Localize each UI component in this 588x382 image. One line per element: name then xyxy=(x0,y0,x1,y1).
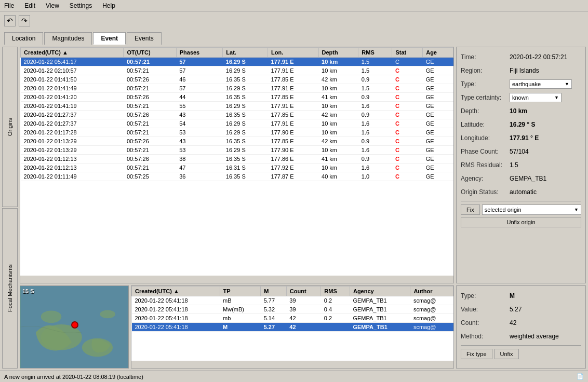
origins-table-container[interactable]: Created(UTC) ▲ OT(UTC) Phases Lat. Lon. … xyxy=(20,47,453,276)
center-area: Created(UTC) ▲ OT(UTC) Phases Lat. Lon. … xyxy=(20,47,454,369)
mag-value-value: 5.27 xyxy=(510,306,522,313)
menu-edit[interactable]: Edit xyxy=(22,2,37,10)
tab-location[interactable]: Location xyxy=(4,32,43,45)
menu-settings[interactable]: Settings xyxy=(68,2,94,10)
col-rms[interactable]: RMS xyxy=(358,48,392,58)
status-text: A new origin arrived at 2020-01-22 08:08… xyxy=(4,374,143,380)
col-age[interactable]: Age xyxy=(423,48,453,58)
cell-lat: 16.29 S xyxy=(223,58,268,66)
back-button[interactable]: ↶ xyxy=(4,15,16,26)
mag-col-created[interactable]: Created(UTC) ▲ xyxy=(132,286,220,296)
origins-scrollbar[interactable] xyxy=(20,276,453,283)
type-dropdown[interactable]: earthquake ▼ xyxy=(510,79,572,89)
right-panel-top: Time: 2020-01-22 00:57:21 Region: Fiji I… xyxy=(456,47,586,283)
col-depth[interactable]: Depth xyxy=(318,48,358,58)
cell-ot: 00:57:25 xyxy=(124,172,176,181)
table-row[interactable]: 2020-01-22 01:41:49 00:57:21 57 16.29 S … xyxy=(21,84,453,93)
cell-rms: 1.6 xyxy=(358,146,392,155)
focal-mechanisms-label[interactable]: Focal Mechanisms xyxy=(2,208,18,369)
forward-button[interactable]: ↷ xyxy=(19,15,30,26)
cell-created: 2020-01-22 01:17:28 xyxy=(21,128,124,137)
mag-col-rms[interactable]: RMS xyxy=(321,286,350,296)
map-label: 15 S xyxy=(22,288,34,294)
mag-col-tp[interactable]: TP xyxy=(220,286,261,296)
col-lon[interactable]: Lon. xyxy=(268,48,318,58)
earthquake-location-dot xyxy=(71,321,78,329)
table-row[interactable]: 2020-01-22 05:41:18 M 5.27 42 GEMPA_TB1 … xyxy=(132,323,453,332)
cell-age: GE xyxy=(423,172,453,181)
cell-rms: 1.5 xyxy=(358,84,392,93)
col-ot[interactable]: OT(UTC) xyxy=(124,48,176,58)
table-row[interactable]: 2020-01-22 01:41:19 00:57:21 55 16.29 S … xyxy=(21,102,453,111)
mag-col-agency[interactable]: Agency xyxy=(350,286,410,296)
unfix-origin-button[interactable]: Unfix origin xyxy=(461,217,581,227)
mag-cell-m: 5.32 xyxy=(261,305,287,314)
cell-phases: 55 xyxy=(176,102,223,111)
menu-file[interactable]: File xyxy=(2,2,16,10)
table-row[interactable]: 2020-01-22 01:27:37 00:57:21 54 16.29 S … xyxy=(21,119,453,128)
cell-phases: 57 xyxy=(176,66,223,75)
cell-age: GE xyxy=(423,163,453,172)
cell-lon: 177.85 E xyxy=(268,75,318,84)
col-lat[interactable]: Lat. xyxy=(223,48,268,58)
cell-age: GE xyxy=(423,58,453,66)
mag-cell-author: scmag@ xyxy=(410,296,453,305)
type-certainty-label: Type certainty: xyxy=(461,94,507,101)
menu-help[interactable]: Help xyxy=(100,2,117,10)
right-panel-bottom: Type: M Value: 5.27 Count: 42 Method: we… xyxy=(456,285,586,369)
table-row[interactable]: 2020-01-22 01:41:50 00:57:26 46 16.35 S … xyxy=(21,75,453,84)
table-row[interactable]: 2020-01-22 01:41:20 00:57:26 44 16.35 S … xyxy=(21,93,453,102)
mag-col-m[interactable]: M xyxy=(261,286,287,296)
cell-lat: 16.35 S xyxy=(223,137,268,146)
table-row[interactable]: 2020-01-22 01:12:13 00:57:21 47 16.31 S … xyxy=(21,163,453,172)
cell-age: GE xyxy=(423,66,453,75)
cell-ot: 00:57:21 xyxy=(124,66,176,75)
selected-origin-dropdown[interactable]: selected origin ▼ xyxy=(482,204,581,215)
table-row[interactable]: 2020-01-22 01:11:49 00:57:25 36 16.35 S … xyxy=(21,172,453,181)
type-certainty-dropdown[interactable]: known ▼ xyxy=(510,93,562,102)
col-created[interactable]: Created(UTC) ▲ xyxy=(21,48,124,58)
type-row: Type: earthquake ▼ xyxy=(461,78,581,90)
magnitudes-table-container[interactable]: Created(UTC) ▲ TP M Count RMS Agency Aut… xyxy=(131,286,453,361)
table-row[interactable]: 2020-01-22 05:41:18 Mw(mB) 5.32 39 0.4 G… xyxy=(132,305,453,314)
type-dropdown-value: earthquake xyxy=(512,81,541,87)
mag-col-count[interactable]: Count xyxy=(286,286,320,296)
fix-button[interactable]: Fix xyxy=(461,204,480,215)
table-row[interactable]: 2020-01-22 01:27:37 00:57:26 43 16.35 S … xyxy=(21,111,453,119)
cell-created: 2020-01-22 01:41:19 xyxy=(21,102,124,111)
table-row[interactable]: 2020-01-22 05:41:17 00:57:21 57 16.29 S … xyxy=(21,58,453,66)
cell-ot: 00:57:21 xyxy=(124,58,176,66)
menu-view[interactable]: View xyxy=(44,2,61,10)
table-row[interactable]: 2020-01-22 05:41:18 mb 5.14 42 0.2 GEMPA… xyxy=(132,314,453,323)
longitude-label: Longitude: xyxy=(461,134,507,142)
mag-col-author[interactable]: Author xyxy=(410,286,453,296)
cell-depth: 10 km xyxy=(318,66,358,75)
table-row[interactable]: 2020-01-22 01:12:13 00:57:26 38 16.35 S … xyxy=(21,155,453,163)
col-phases[interactable]: Phases xyxy=(176,48,223,58)
latitude-row: Latitude: 16.29 ° S xyxy=(461,119,581,130)
cell-phases: 44 xyxy=(176,93,223,102)
col-stat[interactable]: Stat xyxy=(392,48,423,58)
table-row[interactable]: 2020-01-22 02:10:57 00:57:21 57 16.29 S … xyxy=(21,66,453,75)
cell-lon: 177.86 E xyxy=(268,155,318,163)
mag-count-value: 42 xyxy=(510,319,516,326)
cell-depth: 10 km xyxy=(318,146,358,155)
mag-type-label: Type: xyxy=(461,292,507,299)
table-row[interactable]: 2020-01-22 01:13:29 00:57:21 53 16.29 S … xyxy=(21,146,453,155)
table-row[interactable]: 2020-01-22 05:41:18 mB 5.77 39 0.2 GEMPA… xyxy=(132,296,453,305)
magnitudes-header-row: Created(UTC) ▲ TP M Count RMS Agency Aut… xyxy=(132,286,453,296)
table-row[interactable]: 2020-01-22 01:13:29 00:57:26 43 16.35 S … xyxy=(21,137,453,146)
unfix-button[interactable]: Unfix xyxy=(495,349,519,359)
rms-residual-label: RMS Residual: xyxy=(461,161,507,169)
cell-phases: 57 xyxy=(176,84,223,93)
fix-type-button[interactable]: Fix type xyxy=(461,349,492,359)
cell-stat: C xyxy=(392,93,423,102)
tab-events[interactable]: Events xyxy=(127,32,162,45)
magnitudes-scrollbar[interactable] xyxy=(131,361,453,368)
table-row[interactable]: 2020-01-22 01:17:28 00:57:21 53 16.29 S … xyxy=(21,128,453,137)
cell-ot: 00:57:26 xyxy=(124,75,176,84)
origins-label[interactable]: Origins xyxy=(2,47,18,207)
cell-stat: C xyxy=(392,75,423,84)
tab-magnitudes[interactable]: Magnitudes xyxy=(44,32,92,45)
tab-event[interactable]: Event xyxy=(93,32,126,45)
